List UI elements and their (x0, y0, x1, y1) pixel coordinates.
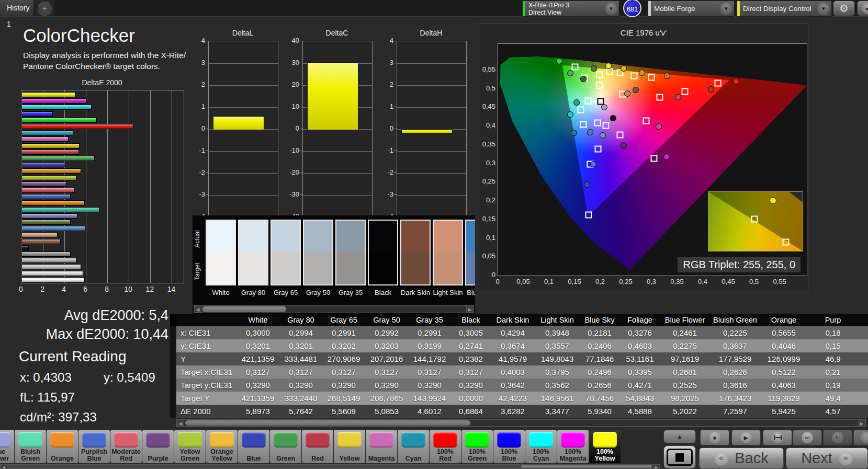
patch-button-yellow[interactable]: Yellow (334, 430, 365, 463)
table-cell: 0,2681 (660, 365, 709, 379)
swatch-label: Gray 50 (302, 289, 334, 296)
scroll-right-icon[interactable]: ▶ (466, 306, 474, 313)
page-title: ColorChecker (23, 25, 135, 46)
deltae-chart-title: DeltaE 2000 (21, 78, 183, 87)
next-button[interactable]: Next » (786, 448, 868, 469)
rgb-triplet-readout: RGB Triplet: 255, 255, 0 (678, 257, 801, 272)
patch-button-yellow-green[interactable]: Yellow Green (174, 430, 206, 463)
axis-tick-label: -30 (284, 190, 299, 198)
axis-tick-label: 3 (189, 59, 205, 66)
patch-swatch (306, 432, 330, 448)
cie-measured-marker (621, 65, 627, 72)
refresh-read-button[interactable]: ↻ (823, 430, 852, 445)
expand-patch-list-button[interactable]: ▲ (663, 430, 696, 443)
tab-history-1[interactable]: History 1 (0, 0, 33, 16)
patch-label: Purple (143, 455, 173, 462)
patch-button-blue[interactable]: Blue (238, 430, 269, 463)
table-scrollbar-thumb[interactable] (185, 420, 470, 426)
patch-button-moderate-red[interactable]: Moderate Red (110, 430, 142, 463)
patch-label: Magenta (367, 455, 396, 462)
deltae-bar (21, 168, 81, 174)
meter-selector-dropdown[interactable]: X-Rite i1Pro 3 Direct View ▼ (522, 1, 619, 17)
gridline (209, 107, 278, 108)
patch-button-100-red[interactable]: 100% Red (430, 430, 461, 463)
extra-action-button[interactable] (853, 430, 868, 445)
scroll-left-icon[interactable]: ◀ (1, 465, 7, 468)
settings-button[interactable]: ⚙ (833, 1, 855, 16)
deltae-bar (21, 264, 81, 269)
patch-button-cyan[interactable]: Cyan (398, 430, 429, 463)
table-cell: 3,3477 (535, 405, 580, 418)
patch-button-red[interactable]: Red (302, 430, 333, 463)
patch-button-purplish-blue[interactable]: Purplish Blue (78, 430, 110, 463)
table-column-header: Gray 65 (322, 314, 365, 326)
table-cell: 54,8843 (619, 392, 660, 405)
row-gutter (170, 405, 176, 418)
patch-swatch (529, 432, 553, 448)
axis-tick-label: 12 (143, 285, 156, 293)
meter-selector-label: X-Rite i1Pro 3 Direct View (525, 2, 605, 16)
back-button[interactable]: « Back (699, 448, 784, 469)
palette-scrollbar[interactable]: ◀ ▶ (0, 464, 660, 469)
table-cell: 0,2741 (451, 339, 491, 352)
axis-tick-label: -1 (378, 146, 393, 154)
table-column-header: Blue Flower (660, 314, 709, 326)
patch-button-100-cyan[interactable]: 100% Cyan (525, 430, 557, 463)
table-cell: 0,2626 (709, 365, 761, 379)
stop-measure-button[interactable]: ■ (700, 430, 729, 445)
chevron-up-icon: ▲ (677, 433, 683, 440)
axis-tick-label: 0 (189, 124, 205, 132)
table-cell: 0,19 (807, 379, 859, 392)
axis-tick-mark (394, 63, 397, 63)
patch-button-100-blue[interactable]: 100% Blue (493, 430, 525, 463)
axis-tick-mark (394, 129, 397, 129)
scroll-right-icon[interactable]: ▶ (653, 465, 660, 468)
collapse-panel-button[interactable]: ◀ (857, 1, 868, 16)
range-icon (772, 432, 783, 443)
swatch-scrollbar[interactable]: ◀ ▶ (194, 305, 474, 313)
table-cell: 0,3637 (709, 339, 761, 352)
deltae-x-axis: 02468101214 (21, 285, 183, 294)
patch-button-orange-yellow[interactable]: Orange Yellow (206, 430, 238, 463)
gridline (172, 90, 172, 283)
workflow-selector-dropdown[interactable]: Direct Display Control ▼ (737, 1, 832, 17)
scroll-left-icon[interactable]: ◀ (194, 306, 201, 313)
patch-button-blue-flower[interactable]: Blue Flower (0, 430, 14, 463)
table-cell: 0,3201 (279, 339, 322, 352)
table-cell: 0,2525 (660, 379, 709, 392)
app-window: History 1 + X-Rite i1Pro 3 Direct View ▼… (0, 0, 868, 469)
patch-label: Blue Flower (0, 449, 13, 462)
axis-tick-label: 14 (164, 285, 178, 293)
patch-button-100-yellow[interactable]: 100% Yellow (589, 430, 621, 463)
patch-swatch (337, 432, 362, 448)
patch-button-green[interactable]: Green (270, 430, 301, 463)
play-measure-button[interactable]: ▶ (731, 430, 761, 445)
cie-target-marker (630, 72, 637, 79)
patch-button-100-green[interactable]: 100% Green (461, 430, 493, 463)
source-selector-dropdown[interactable]: Mobile Forge ▼ (648, 1, 735, 17)
table-cell: 4,5888 (619, 405, 660, 418)
scroll-right-icon[interactable]: ▶ (858, 420, 865, 426)
table-scrollbar[interactable]: ◀ ▶ (176, 419, 866, 427)
continuous-read-button[interactable]: ∞ (793, 430, 822, 445)
add-tab-button[interactable]: + (38, 2, 52, 16)
patch-window-button[interactable] (663, 445, 696, 469)
axis-tick-label: 10 (284, 102, 299, 110)
swatch-scrollbar-thumb[interactable] (202, 306, 286, 312)
patch-swatch (465, 432, 489, 448)
axis-tick-label: 0,1 (479, 234, 495, 242)
table-cell: 333,4481 (279, 352, 322, 365)
swatch-light-skin (433, 220, 463, 285)
scroll-left-icon[interactable]: ◀ (177, 420, 184, 426)
gridline (303, 173, 372, 174)
step-range-button[interactable] (763, 430, 792, 445)
patch-button-100-magenta[interactable]: 100% Magenta (557, 430, 589, 463)
patch-button-magenta[interactable]: Magenta (366, 430, 397, 463)
axis-tick-mark (300, 151, 302, 151)
row-label: y: CIE31 (176, 339, 236, 352)
palette-scrollbar-thumb[interactable] (521, 465, 652, 468)
patch-button-orange[interactable]: Orange (47, 430, 78, 463)
patch-button-bluish-green[interactable]: Bluish Green (15, 430, 46, 463)
row-gutter (170, 365, 176, 379)
patch-button-purple[interactable]: Purple (142, 430, 174, 463)
